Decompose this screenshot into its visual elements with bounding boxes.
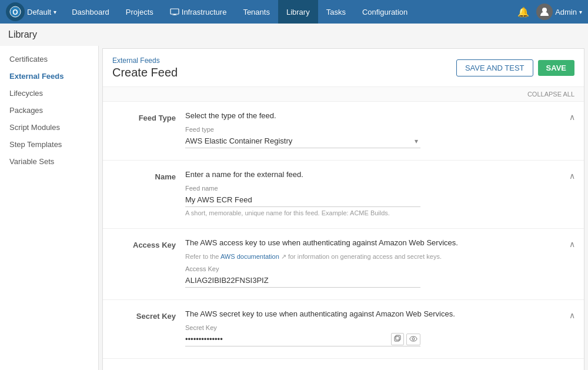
nav-item-library[interactable]: Library xyxy=(278,0,318,24)
nav-item-projects[interactable]: Projects xyxy=(118,0,162,24)
admin-chevron-icon: ▾ xyxy=(579,9,582,15)
section-access-key-label: Access Key xyxy=(103,229,185,299)
section-feed-type: Feed Type Select the type of the feed. F… xyxy=(103,102,584,161)
secret-key-show-icon[interactable] xyxy=(406,334,420,345)
svg-rect-2 xyxy=(171,9,179,14)
nav-default-chevron: ▾ xyxy=(54,9,56,15)
admin-menu[interactable]: Admin ▾ xyxy=(536,4,582,20)
form-header-left: External Feeds Create Feed xyxy=(112,56,178,79)
region-collapse-icon[interactable]: ∧ xyxy=(560,359,584,370)
feed-type-field-label: Feed type xyxy=(185,126,551,133)
section-name-content: Enter a name for the external feed. Feed… xyxy=(185,161,560,228)
collapse-all-label: COLLAPSE ALL xyxy=(527,91,574,98)
svg-point-8 xyxy=(410,336,417,341)
secret-key-icons xyxy=(391,333,420,345)
save-and-test-button[interactable]: SAVE AND TEST xyxy=(456,59,533,76)
access-key-description: The AWS access key to use when authentic… xyxy=(185,238,551,247)
access-key-field-label: Access Key xyxy=(185,265,551,272)
feed-type-description: Select the type of the feed. xyxy=(185,111,551,120)
form-title: Create Feed xyxy=(112,66,178,79)
access-key-sub-description: Refer to the AWS documentation ↗ for inf… xyxy=(185,253,551,261)
secret-key-collapse-icon[interactable]: ∧ xyxy=(560,300,584,358)
admin-label-text: Admin xyxy=(555,8,577,16)
nav-item-tasks[interactable]: Tasks xyxy=(318,0,354,24)
feed-name-input[interactable] xyxy=(185,193,420,207)
name-field-hint: A short, memorable, unique name for this… xyxy=(185,209,551,216)
content-wrapper: Certificates External Feeds Lifecycles P… xyxy=(0,46,588,370)
section-region-content: The AWS region where the registry reside… xyxy=(185,359,560,370)
name-field-label: Feed name xyxy=(185,185,551,192)
svg-point-9 xyxy=(412,338,415,340)
form-header-right: SAVE AND TEST SAVE xyxy=(456,59,574,76)
sidebar: Certificates External Feeds Lifecycles P… xyxy=(0,46,99,370)
sidebar-item-step-templates[interactable]: Step Templates xyxy=(0,136,98,153)
monitor-icon xyxy=(170,8,179,15)
sidebar-item-certificates[interactable]: Certificates xyxy=(0,51,98,68)
top-nav: O Default ▾ Dashboard Projects Infrastru… xyxy=(0,0,588,24)
section-secret-key-content: The AWS secret key to use when authentic… xyxy=(185,300,560,358)
main-content: External Feeds Create Feed SAVE AND TEST… xyxy=(99,46,588,370)
svg-rect-3 xyxy=(173,14,176,15)
section-access-key-content: The AWS access key to use when authentic… xyxy=(185,229,560,299)
section-secret-key-label: Secret Key xyxy=(103,300,185,358)
nav-item-configuration[interactable]: Configuration xyxy=(354,0,416,24)
name-description: Enter a name for the external feed. xyxy=(185,170,551,179)
external-link-icon: ↗ xyxy=(281,253,286,260)
page-title: Library xyxy=(0,24,588,46)
section-region-label: Region xyxy=(103,359,185,370)
nav-item-dashboard[interactable]: Dashboard xyxy=(64,0,118,24)
section-feed-type-content: Select the type of the feed. Feed type A… xyxy=(185,102,560,160)
secret-key-copy-icon[interactable] xyxy=(391,333,404,345)
svg-point-5 xyxy=(542,8,547,12)
nav-logo: O xyxy=(6,2,25,21)
sidebar-item-external-feeds[interactable]: External Feeds xyxy=(0,68,98,85)
section-feed-type-label: Feed Type xyxy=(103,102,185,160)
access-key-collapse-icon[interactable]: ∧ xyxy=(560,229,584,299)
notifications-bell-icon[interactable]: 🔔 xyxy=(517,6,529,18)
nav-right: 🔔 Admin ▾ xyxy=(517,4,582,20)
feed-type-select[interactable]: AWS Elastic Container Registry Docker Co… xyxy=(185,134,420,148)
sidebar-item-script-modules[interactable]: Script Modules xyxy=(0,119,98,136)
section-name: Name Enter a name for the external feed.… xyxy=(103,161,584,229)
nav-item-tenants[interactable]: Tenants xyxy=(235,0,278,24)
section-region: Region The AWS region where the registry… xyxy=(103,359,584,370)
collapse-all-bar[interactable]: COLLAPSE ALL xyxy=(103,87,584,102)
secret-key-input-wrapper xyxy=(185,332,420,346)
access-key-input[interactable] xyxy=(185,274,420,288)
form-header: External Feeds Create Feed SAVE AND TEST… xyxy=(103,49,584,87)
svg-rect-7 xyxy=(396,335,400,340)
section-name-label: Name xyxy=(103,161,185,228)
sidebar-item-variable-sets[interactable]: Variable Sets xyxy=(0,153,98,170)
feed-type-collapse-icon[interactable]: ∧ xyxy=(560,102,584,160)
secret-key-field-label: Secret Key xyxy=(185,324,551,331)
feed-type-select-wrapper: AWS Elastic Container Registry Docker Co… xyxy=(185,134,420,148)
section-secret-key: Secret Key The AWS secret key to use whe… xyxy=(103,300,584,359)
svg-rect-4 xyxy=(172,15,177,16)
nav-item-infrastructure[interactable]: Infrastructure xyxy=(162,0,235,24)
svg-rect-6 xyxy=(395,336,399,341)
sidebar-item-lifecycles[interactable]: Lifecycles xyxy=(0,85,98,102)
create-feed-form: External Feeds Create Feed SAVE AND TEST… xyxy=(102,48,584,370)
name-collapse-icon[interactable]: ∧ xyxy=(560,161,584,228)
admin-avatar xyxy=(536,4,553,20)
save-button[interactable]: SAVE xyxy=(538,60,574,76)
sidebar-item-packages[interactable]: Packages xyxy=(0,102,98,119)
section-access-key: Access Key The AWS access key to use whe… xyxy=(103,229,584,300)
aws-docs-link[interactable]: AWS documentation xyxy=(220,253,279,260)
nav-items: Dashboard Projects Infrastructure Tenant… xyxy=(64,0,517,24)
nav-default-label: Default xyxy=(27,8,51,16)
breadcrumb-link[interactable]: External Feeds xyxy=(112,56,160,65)
secret-key-description: The AWS secret key to use when authentic… xyxy=(185,309,551,318)
secret-key-input[interactable] xyxy=(185,332,391,346)
nav-default-button[interactable]: Default ▾ xyxy=(27,8,56,16)
svg-text:O: O xyxy=(12,8,18,16)
